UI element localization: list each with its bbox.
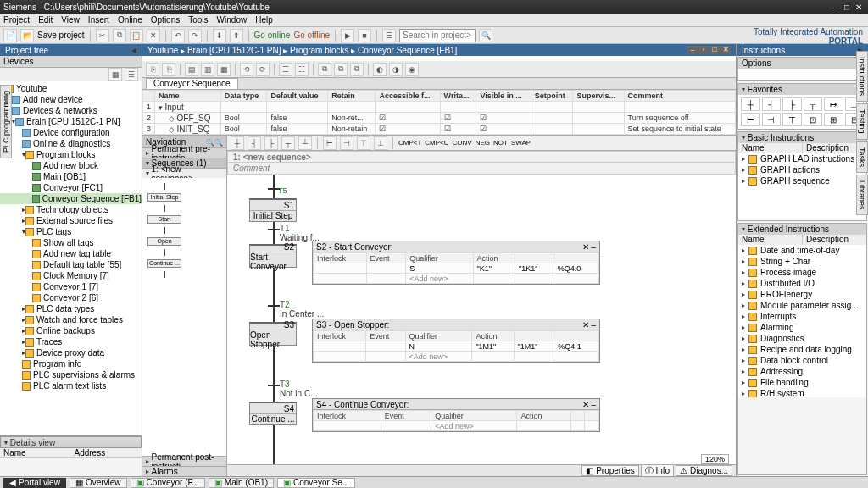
- tree-view-icon[interactable]: ▦: [108, 68, 122, 81]
- tree-add-block[interactable]: Add new block: [43, 161, 98, 170]
- start-icon[interactable]: ▶: [341, 29, 354, 42]
- alarms-bar[interactable]: ▸ Alarms: [142, 466, 226, 476]
- trans-t3[interactable]: T3Not in C...: [280, 380, 317, 398]
- go-online-button[interactable]: Go online: [254, 30, 291, 40]
- basic-title[interactable]: Basic Instructions: [748, 133, 814, 142]
- taskbar-overview[interactable]: ▦Overview: [70, 478, 127, 488]
- footer-tab-info[interactable]: ⓘ Info: [641, 464, 674, 477]
- minimize-icon[interactable]: –: [591, 242, 596, 252]
- sidetab-libraries[interactable]: Libraries: [856, 175, 868, 216]
- tree-online-diag[interactable]: Online & diagnostics: [33, 139, 110, 148]
- tree-watch-tables[interactable]: Watch and force tables: [36, 315, 123, 324]
- close-icon[interactable]: ✕: [582, 320, 589, 330]
- fav-trans-icon[interactable]: ┤: [762, 97, 782, 111]
- step-s4[interactable]: S4 Continue ...: [249, 402, 297, 425]
- seq-tb-icon[interactable]: ┬: [281, 136, 295, 150]
- instr-row[interactable]: ▸Addressing: [738, 366, 866, 377]
- project-tree[interactable]: ▾Youtube Add new device Devices & networ…: [0, 81, 142, 435]
- favorites-title[interactable]: Favorites: [748, 85, 782, 94]
- perm-post-bar[interactable]: ▸ Permanent post-instructi...: [142, 456, 226, 466]
- sidetab-instructions[interactable]: Instructions: [856, 51, 868, 102]
- instr-row[interactable]: ▸GRAPH LAD instructions: [738, 153, 866, 164]
- tb-icon[interactable]: ▤: [185, 63, 198, 76]
- seq-title-row[interactable]: 1: <new sequence>: [227, 151, 736, 163]
- tree-supervisions[interactable]: PLC supervisions & alarms: [33, 370, 135, 380]
- tb-icon[interactable]: ▥: [201, 63, 214, 76]
- menu-view[interactable]: View: [61, 15, 80, 25]
- vh-supervis[interactable]: Supervis...: [573, 91, 624, 102]
- search-input[interactable]: [399, 29, 476, 42]
- tb-icon[interactable]: ◐: [373, 63, 387, 76]
- step-s3[interactable]: S3 Open Stopper: [249, 322, 297, 346]
- vh-setpoint[interactable]: Setpoint: [531, 91, 573, 102]
- tb-icon[interactable]: ⎘: [162, 63, 175, 76]
- instr-row[interactable]: ▸File handling: [738, 377, 866, 388]
- menu-tools[interactable]: Tools: [188, 15, 208, 25]
- fav-step-icon[interactable]: ┼: [741, 97, 760, 111]
- tree-list-icon[interactable]: ☰: [125, 68, 138, 81]
- menu-options[interactable]: Options: [151, 15, 180, 25]
- vh-visible[interactable]: Visible in ...: [476, 91, 531, 102]
- tb-icon[interactable]: ⟳: [256, 63, 270, 76]
- collapse-icon[interactable]: ◀: [131, 47, 136, 54]
- fav-altbranch-icon[interactable]: ┬: [804, 97, 823, 111]
- instr-row[interactable]: ▸Interrupts: [738, 311, 866, 322]
- seq-tb-icon[interactable]: ├: [264, 136, 278, 150]
- fav-jump-icon[interactable]: ↦: [824, 97, 843, 111]
- instr-row[interactable]: ▸Process image: [738, 267, 866, 278]
- fav-icon[interactable]: ⊡: [804, 113, 823, 126]
- fav-icon[interactable]: ⊢: [741, 113, 760, 126]
- zoom-level[interactable]: 120%: [701, 454, 729, 464]
- fav-icon[interactable]: ⊤: [782, 113, 802, 126]
- tb-icon[interactable]: ⧉: [350, 63, 364, 76]
- devices-tab[interactable]: Devices: [0, 56, 142, 68]
- go-offline-button[interactable]: Go offline: [293, 30, 330, 40]
- vh-writable[interactable]: Writa...: [440, 91, 476, 102]
- tree-conveyor1-tags[interactable]: Conveyor 1 [7]: [43, 282, 98, 291]
- instr-row[interactable]: ▸Date and time-of-day: [738, 245, 866, 256]
- tb-icon[interactable]: ◑: [389, 63, 403, 76]
- cut-icon[interactable]: ✂: [96, 29, 109, 42]
- tree-add-device[interactable]: Add new device: [23, 95, 83, 104]
- tb-icon[interactable]: ⧉: [334, 63, 348, 76]
- menu-window[interactable]: Window: [217, 15, 248, 25]
- leftsidetab-plcprog[interactable]: PLC programming: [0, 85, 12, 158]
- trans-t1[interactable]: T1Waiting f...: [280, 224, 320, 242]
- step-s1[interactable]: S1 Initial Step: [249, 198, 297, 222]
- menu-help[interactable]: Help: [255, 15, 273, 25]
- tree-alarm-texts[interactable]: PLC alarm text lists: [33, 381, 106, 391]
- tree-cpu[interactable]: Brain [CPU 1512C-1 PN]: [26, 117, 120, 126]
- instr-row[interactable]: ▸Recipe and data logging: [738, 344, 866, 355]
- options-title[interactable]: Options: [738, 58, 866, 69]
- tree-tech-objects[interactable]: Technology objects: [36, 205, 108, 214]
- perm-pre-bar[interactable]: ▸ Permanent pre-instructio...: [142, 147, 226, 158]
- tree-proxy-data[interactable]: Device proxy data: [36, 348, 104, 358]
- var-row[interactable]: 1▾ Input: [143, 102, 736, 113]
- tree-root[interactable]: Youtube: [16, 84, 47, 93]
- tree-show-all-tags[interactable]: Show all tags: [43, 238, 93, 247]
- sidetab-testing[interactable]: Testing: [856, 103, 868, 140]
- taskbar-conveyor-seq[interactable]: ▣Conveyor Se...: [277, 478, 355, 488]
- footer-tab-properties[interactable]: ◧ Properties: [581, 465, 638, 476]
- instr-row[interactable]: ▸GRAPH actions: [738, 164, 866, 175]
- instr-row[interactable]: ▸GRAPH sequence: [738, 175, 866, 186]
- search-icon[interactable]: 🔍: [479, 29, 492, 42]
- trans-t2[interactable]: T2In Center ...: [280, 300, 324, 319]
- tree-conveyor-seq-fb1[interactable]: Conveyor Sequence [FB1]: [42, 194, 142, 203]
- tb-icon[interactable]: ⟲: [240, 63, 253, 76]
- tree-program-blocks[interactable]: Program blocks: [36, 150, 95, 159]
- close-icon[interactable]: ✕: [582, 242, 589, 252]
- fav-icon[interactable]: ⊞: [824, 113, 843, 126]
- download-icon[interactable]: ⬇: [213, 29, 226, 42]
- tree-add-tag-table[interactable]: Add new tag table: [43, 249, 111, 258]
- seq-tb-icon[interactable]: ┤: [248, 136, 261, 150]
- tree-online-backups[interactable]: Online backups: [36, 326, 95, 336]
- block-tab[interactable]: Conveyor Sequence: [146, 78, 238, 89]
- new-project-icon[interactable]: 📄: [3, 29, 17, 42]
- sidetab-tasks[interactable]: Tasks: [856, 141, 868, 173]
- crumb-2[interactable]: Program blocks: [290, 46, 348, 55]
- stop-icon[interactable]: ■: [358, 29, 371, 42]
- tb-icon[interactable]: ⎘: [146, 63, 159, 76]
- crumb-3[interactable]: Conveyor Sequence [FB1]: [358, 46, 457, 55]
- instr-row[interactable]: ▸Data block control: [738, 355, 866, 366]
